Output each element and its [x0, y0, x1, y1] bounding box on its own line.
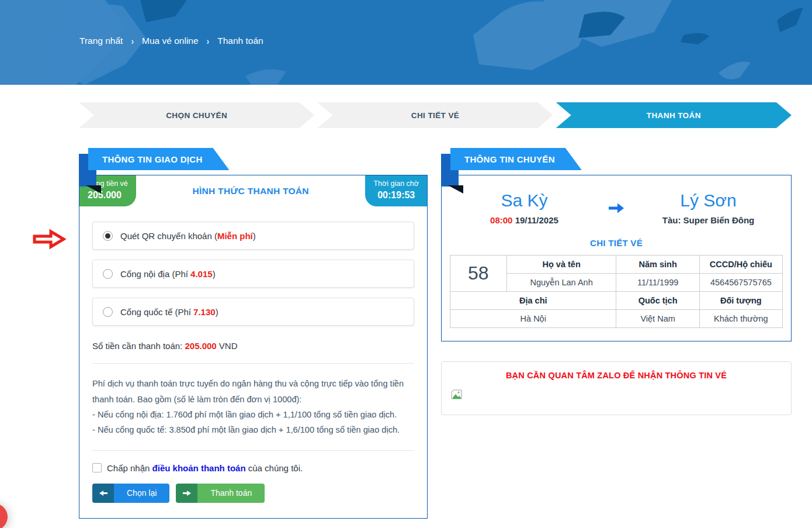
payment-option-qr[interactable]: Quét QR chuyển khoản (Miễn phí)	[92, 222, 414, 250]
divider	[92, 363, 414, 364]
payment-page: Trang nhất › Mua vé online › Thanh toán …	[0, 0, 812, 528]
header-nationality: Quốc tịch	[616, 292, 699, 310]
total-fare-value: 205.000	[88, 189, 128, 202]
trip-panel: Sa Kỳ 08:00 19/11/2025 Lý Sơn Tàu: Super…	[441, 175, 792, 341]
fee-explanation: Phí dịch vụ thanh toán trực tuyến do ngâ…	[92, 376, 414, 437]
terms-link[interactable]: điều khoản thanh toán	[152, 463, 246, 473]
trip-route: Sa Kỳ 08:00 19/11/2025 Lý Sơn Tàu: Super…	[450, 191, 783, 225]
header-fullname: Họ và tên	[506, 256, 616, 274]
pay-button[interactable]: Thanh toán	[176, 484, 265, 503]
zalo-notice-text: BẠN CẦN QUAN TÂM ZALO ĐỂ NHẬN THÔNG TIN …	[451, 371, 782, 380]
passenger-idnumber: 4564567575765	[699, 274, 782, 292]
radio-international[interactable]	[103, 307, 113, 317]
breadcrumb-buy-online[interactable]: Mua vé online	[142, 36, 199, 46]
arrow-left-icon	[92, 484, 114, 503]
ticket-table: 58 Họ và tên Năm sinh CCCD/Hộ chiếu Nguy…	[450, 255, 783, 328]
arrival-port: Lý Sơn	[634, 191, 783, 210]
departure-date: 19/11/2025	[515, 215, 558, 225]
payment-option-international-label: Cổng quốc tế (Phí 7.130)	[120, 307, 218, 317]
payment-option-domestic[interactable]: Cổng nội địa (Phí 4.015)	[92, 260, 414, 288]
transaction-ribbon-label: THÔNG TIN GIAO DỊCH	[88, 148, 230, 170]
trip-section: THÔNG TIN CHUYẾN Sa Kỳ 08:00 19/11/2025 …	[441, 148, 792, 415]
header-banner: Trang nhất › Mua vé online › Thanh toán	[0, 0, 812, 85]
zalo-notice-box: BẠN CẦN QUAN TÂM ZALO ĐỂ NHẬN THÔNG TIN …	[441, 361, 792, 415]
payment-options: Quét QR chuyển khoản (Miễn phí) Cổng nội…	[79, 222, 427, 326]
countdown-label: Thời gian chờ	[373, 179, 419, 189]
radio-domestic[interactable]	[103, 269, 113, 279]
passenger-birthyear: 11/11/1999	[616, 274, 699, 292]
payment-option-qr-label: Quét QR chuyển khoản (Miễn phí)	[120, 231, 256, 241]
breadcrumb-current: Thanh toán	[217, 36, 263, 46]
payment-option-domestic-label: Cổng nội địa (Phí 4.015)	[120, 269, 216, 279]
transaction-ribbon: THÔNG TIN GIAO DỊCH	[79, 148, 428, 175]
hotline-fab-button[interactable]	[0, 503, 8, 528]
header-address: Địa chỉ	[450, 292, 616, 310]
main-content: CHỌN CHUYẾN CHI TIẾT VÉ THANH TOÁN THÔNG…	[79, 102, 792, 519]
countdown-value: 00:19:53	[373, 189, 419, 202]
transaction-panel: Tổng tiền vé 205.000 HÌNH THỨC THANH TOÁ…	[79, 175, 428, 519]
seat-number: 58	[450, 256, 507, 292]
breadcrumb-separator-icon: ›	[207, 36, 210, 46]
breadcrumb-separator-icon: ›	[131, 36, 134, 46]
payment-option-international[interactable]: Cổng quốc tế (Phí 7.130)	[92, 298, 414, 326]
broken-image-icon	[451, 389, 462, 399]
header-birthyear: Năm sinh	[616, 256, 699, 274]
step-chi-tiet-ve[interactable]: CHI TIẾT VÉ	[317, 102, 553, 128]
progress-steps: CHỌN CHUYẾN CHI TIẾT VÉ THANH TOÁN	[79, 102, 792, 128]
amount-due-value: 205.000	[185, 341, 216, 351]
breadcrumb: Trang nhất › Mua vé online › Thanh toán	[79, 36, 263, 46]
breadcrumb-home[interactable]: Trang nhất	[79, 36, 123, 46]
passenger-type: Khách thường	[699, 310, 782, 328]
departure-datetime: 08:00 19/11/2025	[450, 215, 599, 225]
terms-row: Chấp nhận điều khoản thanh toán của chún…	[92, 463, 414, 473]
reselect-button-label: Chọn lại	[114, 484, 169, 503]
fee-international-line: - Nếu cổng quốc tế: 3.850đ phí một lần g…	[92, 422, 414, 437]
countdown-badge: Thời gian chờ 00:19:53	[365, 175, 427, 206]
vessel-name: Tàu: Super Biển Đông	[634, 215, 783, 225]
ticket-detail-title: CHI TIẾT VÉ	[450, 238, 783, 248]
passenger-fullname: Nguyễn Lan Anh	[506, 274, 616, 292]
header-passenger-type: Đối tượng	[699, 292, 782, 310]
pay-button-label: Thanh toán	[197, 484, 265, 503]
divider	[92, 450, 414, 451]
table-row: 58 Họ và tên Năm sinh CCCD/Hộ chiếu	[450, 256, 783, 274]
annotation-red-arrow-icon	[32, 229, 66, 252]
payment-method-title: HÌNH THỨC THANH TOÁN	[136, 186, 366, 196]
table-row: Địa chỉ Quốc tịch Đối tượng	[450, 292, 783, 310]
departure-port: Sa Kỳ	[450, 191, 599, 210]
trip-ribbon-label: THÔNG TIN CHUYẾN	[450, 148, 582, 170]
trip-ribbon: THÔNG TIN CHUYẾN	[441, 148, 792, 175]
reselect-button[interactable]: Chọn lại	[92, 484, 169, 503]
arrow-right-icon	[176, 484, 197, 503]
header-idnumber: CCCD/Hộ chiếu	[699, 256, 782, 274]
fee-intro: Phí dịch vụ thanh toán trực tuyến do ngâ…	[92, 376, 414, 407]
radio-qr[interactable]	[103, 231, 113, 241]
table-row: Hà Nội Việt Nam Khách thường	[450, 310, 783, 328]
amount-due: Số tiền cần thanh toán: 205.000 VND	[92, 341, 414, 351]
fee-domestic-line: - Nếu cổng nội địa: 1.760đ phí một lần g…	[92, 407, 414, 422]
passenger-address: Hà Nội	[450, 310, 616, 328]
departure-time: 08:00	[490, 215, 512, 225]
transaction-section: THÔNG TIN GIAO DỊCH Tổng tiền vé 205.000…	[79, 148, 428, 519]
terms-checkbox[interactable]	[92, 463, 102, 472]
step-chon-chuyen[interactable]: CHỌN CHUYẾN	[79, 102, 314, 128]
passenger-nationality: Việt Nam	[616, 310, 699, 328]
step-thanh-toan: THANH TOÁN	[556, 102, 792, 128]
route-arrow-icon	[599, 202, 634, 215]
terms-text: Chấp nhận điều khoản thanh toán của chún…	[107, 463, 303, 473]
